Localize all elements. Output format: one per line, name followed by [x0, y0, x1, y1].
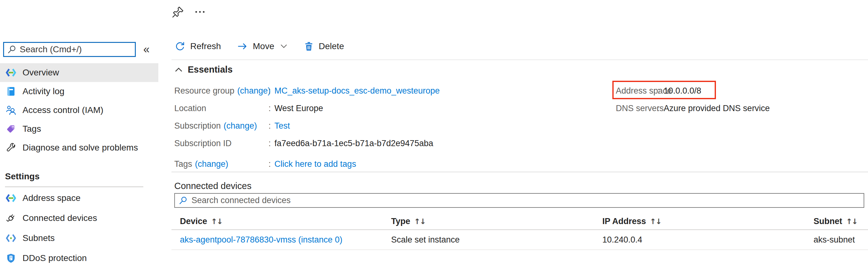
sort-arrows-icon: ↑↓	[650, 217, 661, 226]
sidebar-item-label: Diagnose and solve problems	[23, 143, 138, 153]
sidebar-item-overview[interactable]: Overview	[0, 63, 158, 82]
sidebar-item-label: DDoS protection	[23, 253, 87, 263]
delete-button[interactable]: Delete	[304, 41, 344, 51]
activity-log-icon	[5, 86, 17, 97]
essentials-row-location: Location : West Europe	[174, 99, 440, 117]
collapse-menu-chevron[interactable]: «	[143, 42, 150, 56]
essentials-left-column: Resource group(change) : MC_aks-setup-do…	[174, 82, 440, 173]
sidebar-search-input[interactable]	[20, 45, 135, 55]
add-tags-link[interactable]: Click here to add tags	[274, 159, 440, 169]
connected-devices-search-box[interactable]	[174, 193, 864, 208]
settings-divider	[5, 186, 143, 187]
sort-arrows-icon: ↑↓	[211, 217, 222, 226]
sidebar-search-box[interactable]	[3, 42, 136, 57]
sidebar-item-diagnose[interactable]: Diagnose and solve problems	[0, 138, 158, 157]
table-row: aks-agentpool-78786830-vmss (instance 0)…	[172, 230, 868, 250]
sidebar-item-activity-log[interactable]: Activity log	[0, 82, 158, 101]
ddos-shield-icon	[5, 253, 17, 264]
device-subnet-cell: aks-subnet	[813, 235, 868, 245]
subscription-change-link[interactable]: (change)	[224, 121, 257, 131]
essentials-row-address-space: Address space : 10.0.0.0/8	[616, 82, 770, 99]
tags-label: Tags	[174, 159, 192, 169]
tags-change-link[interactable]: (change)	[195, 159, 228, 169]
toolbar-divider	[172, 59, 868, 60]
address-space-icon	[5, 194, 17, 203]
sidebar-item-label: Access control (IAM)	[23, 105, 103, 115]
move-button[interactable]: Move	[237, 41, 287, 51]
refresh-button[interactable]: Refresh	[175, 41, 221, 52]
column-header-device[interactable]: Device↑↓	[180, 216, 391, 226]
refresh-icon	[175, 41, 185, 52]
access-control-icon	[5, 105, 17, 116]
device-type-cell: Scale set instance	[391, 235, 602, 245]
sidebar-item-label: Overview	[23, 67, 59, 78]
sidebar-item-label: Activity log	[23, 86, 64, 96]
trash-icon	[304, 41, 314, 51]
sidebar-item-address-space[interactable]: Address space	[0, 188, 158, 208]
column-header-subnet[interactable]: Subnet↑↓	[813, 216, 868, 226]
essentials-right-column: Address space : 10.0.0.0/8 DNS servers :…	[616, 82, 770, 117]
connected-devices-search-input[interactable]	[191, 196, 864, 205]
resource-group-value-link[interactable]: MC_aks-setup-docs_esc-demo_westeurope	[274, 86, 440, 96]
essentials-toggle[interactable]: Essentials	[175, 64, 232, 75]
sidebar-item-connected-devices[interactable]: Connected devices	[0, 208, 158, 228]
section-divider	[172, 172, 868, 172]
location-value: West Europe	[274, 104, 440, 113]
dns-servers-value: Azure provided DNS service	[664, 104, 770, 113]
resource-menu-sidebar: « Overview	[0, 0, 158, 266]
sidebar-item-label: Address space	[23, 193, 81, 203]
colon: :	[269, 86, 274, 96]
colon: :	[269, 139, 274, 148]
colon: :	[269, 121, 274, 131]
chevron-up-icon	[175, 67, 183, 72]
resource-group-change-link[interactable]: (change)	[237, 86, 271, 96]
device-link[interactable]: aks-agentpool-78786830-vmss (instance 0)	[180, 235, 391, 245]
column-header-type[interactable]: Type↑↓	[391, 216, 602, 226]
subscription-id-value: fa7eed6a-b71a-1ec5-b71a-b7d2e9475aba	[274, 139, 440, 148]
colon: :	[269, 159, 274, 169]
essentials-title: Essentials	[188, 64, 232, 75]
chevron-down-icon	[280, 44, 287, 49]
delete-label: Delete	[319, 41, 344, 51]
sidebar-item-subnets[interactable]: Subnets	[0, 228, 158, 248]
colon: :	[657, 86, 664, 96]
wrench-icon	[5, 143, 17, 153]
essentials-row-dns-servers: DNS servers : Azure provided DNS service	[616, 99, 770, 117]
connected-devices-table: Device↑↓ Type↑↓ IP Address↑↓ Subnet↑↓ ak…	[172, 213, 868, 250]
essentials-row-tags: Tags(change) : Click here to add tags	[174, 155, 440, 173]
settings-group: Address space Connected devices	[0, 188, 158, 266]
command-bar: Refresh Move	[175, 39, 360, 54]
resource-group-label: Resource group	[174, 86, 235, 96]
azure-portal-vnet-overview: aks-vnet-78786830 Virtual network «	[0, 0, 868, 266]
essentials-row-resource-group: Resource group(change) : MC_aks-setup-do…	[174, 82, 440, 99]
move-label: Move	[253, 41, 274, 51]
sidebar-item-tags[interactable]: Tags	[0, 120, 158, 138]
refresh-label: Refresh	[190, 41, 221, 51]
tags-icon	[5, 124, 17, 134]
sort-arrows-icon: ↑↓	[414, 217, 425, 226]
address-space-value: 10.0.0.0/8	[664, 86, 770, 96]
column-header-ip-address[interactable]: IP Address↑↓	[602, 216, 813, 226]
sidebar-item-label: Connected devices	[23, 213, 97, 223]
plug-icon	[5, 213, 17, 224]
sidebar-item-label: Subnets	[23, 233, 55, 243]
location-label: Location	[174, 104, 206, 113]
table-header-row: Device↑↓ Type↑↓ IP Address↑↓ Subnet↑↓	[172, 213, 868, 230]
subscription-id-label: Subscription ID	[174, 139, 231, 148]
virtual-network-icon	[5, 68, 17, 77]
sort-arrows-icon: ↑↓	[846, 217, 857, 226]
colon: :	[657, 104, 664, 113]
essentials-row-subscription-id: Subscription ID : fa7eed6a-b71a-1ec5-b71…	[174, 135, 440, 152]
essentials-row-subscription: Subscription(change) : Test	[174, 117, 440, 135]
sidebar-item-label: Tags	[23, 124, 41, 134]
sidebar-item-ddos-protection[interactable]: DDoS protection	[0, 248, 158, 266]
settings-group-header: Settings	[5, 172, 39, 181]
subscription-value-link[interactable]: Test	[274, 121, 440, 131]
sidebar-nav: Overview Activity log	[0, 63, 158, 157]
device-ip-cell: 10.240.0.4	[602, 235, 813, 245]
search-icon	[179, 196, 188, 205]
connected-devices-heading: Connected devices	[174, 181, 252, 191]
sidebar-item-access-control[interactable]: Access control (IAM)	[0, 101, 158, 120]
colon: :	[269, 104, 274, 113]
dns-servers-label: DNS servers	[616, 104, 664, 113]
